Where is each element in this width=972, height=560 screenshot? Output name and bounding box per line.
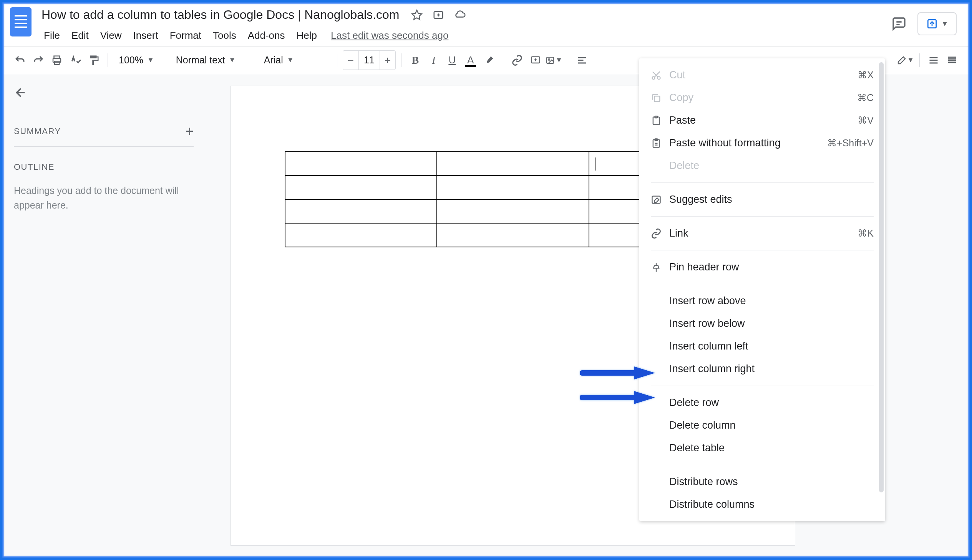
menu-addons[interactable]: Add-ons [242, 27, 290, 44]
svg-point-7 [548, 58, 550, 60]
bold-button[interactable]: B [407, 52, 424, 69]
ctx-insert-column-left[interactable]: Insert column left [639, 335, 885, 358]
cloud-icon[interactable] [453, 8, 467, 22]
menu-view[interactable]: View [95, 27, 127, 44]
ctx-delete: Delete [639, 154, 885, 177]
cut-icon [651, 70, 669, 81]
copy-icon [651, 93, 669, 103]
paint-format-button[interactable] [85, 52, 102, 69]
svg-point-9 [658, 77, 660, 79]
ctx-pin-header[interactable]: Pin header row [639, 256, 885, 278]
outline-hint-text: Headings you add to the document will ap… [14, 183, 193, 212]
ctx-distribute-rows[interactable]: Distribute rows [639, 470, 885, 493]
menu-edit[interactable]: Edit [66, 27, 94, 44]
print-button[interactable] [48, 52, 65, 69]
ctx-distribute-columns[interactable]: Distribute columns [639, 493, 885, 516]
outline-sidebar: SUMMARY + OUTLINE Headings you add to th… [0, 74, 207, 557]
paste-icon [651, 115, 669, 126]
annotation-arrow-1 [580, 363, 657, 383]
ctx-insert-row-below[interactable]: Insert row below [639, 312, 885, 335]
font-size-increase[interactable]: + [380, 52, 395, 69]
expand-button[interactable] [944, 52, 960, 69]
ctx-link[interactable]: Link ⌘K [639, 222, 885, 245]
ctx-delete-table[interactable]: Delete table [639, 437, 885, 459]
highlight-button[interactable] [481, 52, 497, 69]
italic-button[interactable]: I [425, 52, 442, 69]
chevron-down-icon: ▼ [941, 20, 948, 28]
zoom-dropdown[interactable]: 100%▼ [113, 52, 160, 69]
edit-mode-button[interactable]: ▼ [897, 52, 914, 69]
comments-button[interactable] [888, 13, 910, 35]
spellcheck-button[interactable] [67, 52, 84, 69]
menu-tools[interactable]: Tools [207, 27, 242, 44]
ctx-insert-column-right[interactable]: Insert column right [639, 358, 885, 380]
paste-plain-icon [651, 138, 669, 148]
context-menu: Cut ⌘X Copy ⌘C Paste ⌘V Paste without fo… [639, 58, 885, 521]
ctx-paste[interactable]: Paste ⌘V [639, 109, 885, 132]
ctx-paste-without-formatting[interactable]: Paste without formatting ⌘+Shift+V [639, 132, 885, 154]
ctx-insert-row-above[interactable]: Insert row above [639, 290, 885, 312]
suggest-icon [651, 194, 669, 205]
ctx-copy: Copy ⌘C [639, 87, 885, 109]
document-title[interactable]: How to add a column to tables in Google … [38, 6, 402, 23]
svg-point-8 [652, 77, 655, 79]
docs-logo[interactable] [8, 5, 34, 39]
undo-button[interactable] [12, 52, 28, 69]
move-icon[interactable] [432, 8, 445, 22]
text-color-button[interactable]: A [462, 52, 479, 69]
svg-rect-10 [654, 96, 660, 102]
ctx-delete-row[interactable]: Delete row [639, 392, 885, 414]
menu-insert[interactable]: Insert [128, 27, 163, 44]
pin-icon [651, 262, 669, 273]
context-menu-scrollbar[interactable] [879, 62, 884, 492]
font-dropdown[interactable]: Arial▼ [258, 52, 332, 69]
ctx-delete-column[interactable]: Delete column [639, 414, 885, 437]
underline-button[interactable]: U [444, 52, 461, 69]
ctx-cut: Cut ⌘X [639, 64, 885, 87]
align-button[interactable] [574, 52, 590, 69]
menu-file[interactable]: File [38, 27, 65, 44]
back-arrow-button[interactable] [14, 86, 29, 101]
annotation-arrow-2 [580, 388, 657, 407]
summary-heading: SUMMARY [14, 127, 61, 137]
hide-menus-button[interactable] [925, 52, 942, 69]
ctx-suggest-edits[interactable]: Suggest edits [639, 188, 885, 211]
style-dropdown[interactable]: Normal text▼ [170, 52, 247, 69]
font-size-decrease[interactable]: − [343, 52, 358, 69]
font-size-input[interactable]: 11 [358, 51, 380, 70]
link-button[interactable] [509, 52, 525, 69]
add-summary-button[interactable]: + [185, 123, 193, 140]
comment-button[interactable] [527, 52, 544, 69]
link-icon [651, 228, 669, 239]
share-button[interactable]: ▼ [917, 12, 957, 35]
last-edit-link[interactable]: Last edit was seconds ago [331, 30, 448, 42]
redo-button[interactable] [30, 52, 47, 69]
star-icon[interactable] [410, 8, 424, 22]
outline-heading: OUTLINE [14, 162, 193, 172]
menu-help[interactable]: Help [291, 27, 322, 44]
menu-format[interactable]: Format [164, 27, 207, 44]
image-button[interactable]: ▼ [545, 52, 562, 69]
